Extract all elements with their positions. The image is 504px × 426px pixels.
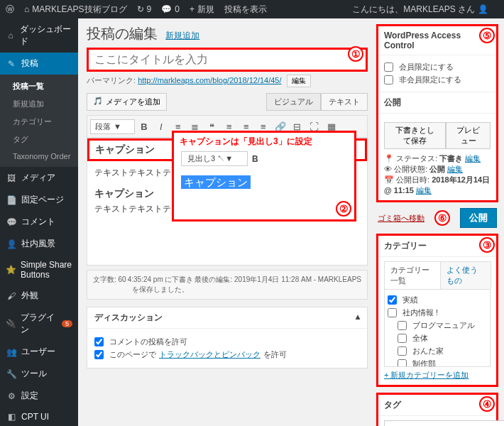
trackback-link[interactable]: トラックバックとピンバック (159, 349, 261, 360)
visibility-edit[interactable]: 編集 (447, 165, 463, 173)
schedule-edit[interactable]: 編集 (416, 186, 432, 195)
sidebar-item-ssb[interactable]: ⭐Simple Share Buttons (0, 255, 78, 285)
post-title-input[interactable] (87, 48, 368, 72)
publish-title: 公開 (378, 92, 496, 114)
tab-text[interactable]: テキスト (321, 93, 368, 111)
tags-box: ④ タグ 追加 (376, 393, 498, 426)
greeting[interactable]: こんにちは、MARKLEAPS さん 👤 (352, 4, 488, 16)
cat-item[interactable]: 制作部 (388, 359, 487, 367)
categories-title: カテゴリー (378, 236, 496, 257)
cat-tab-popular[interactable]: よく使うもの (440, 261, 491, 289)
cat-item[interactable]: 社内情報 ! (388, 307, 487, 318)
discussion-title: ディスカッション (94, 312, 163, 324)
sidebar-item-tools[interactable]: 🔧ツール (0, 363, 78, 385)
discussion-panel: ディスカッション▴ コメントの投稿を許可 このページでトラックバックとピンバック… (87, 307, 368, 368)
view-post[interactable]: 投稿を表示 (224, 4, 267, 16)
wp-logo[interactable]: ⓦ (6, 4, 14, 16)
star-icon: ⭐ (6, 265, 16, 275)
save-draft-button[interactable]: 下書きとして保存 (384, 122, 446, 149)
admin-topbar: ⓦ ⌂ MARKLEAPS技術ブログ ↻ 9 💬 0 + 新規 投稿を表示 こん… (0, 0, 504, 18)
sidebar-submenu: 投稿一覧 新規追加 カテゴリー タグ Taxonomy Order (0, 75, 78, 167)
plugin-icon: 🔌 (6, 319, 16, 329)
last-edit: 最後の編集: 2019年1月4日 11:28 AM - MARKLEAPS (195, 275, 361, 295)
preview-button[interactable]: プレビュー (446, 122, 491, 149)
cpt-icon: ◧ (6, 412, 17, 422)
sidebar-item-comments[interactable]: 💬コメント (0, 211, 78, 233)
panel-toggle-icon[interactable]: ▴ (356, 312, 360, 324)
schedule-row: 📅 公開日時: 2018年12月14日 @ 11:15 編集 (384, 175, 491, 196)
plugin-badge: 5 (62, 320, 72, 327)
sidebar-item-plugins[interactable]: 🔌プラグイン5 (0, 307, 78, 341)
heading-select[interactable]: 見出し3 ↖▼ (181, 151, 248, 166)
sidebar-item-office[interactable]: 👤社内風景 (0, 233, 78, 255)
status-edit[interactable]: 編集 (465, 154, 481, 163)
sidebar-item-users[interactable]: 👥ユーザー (0, 341, 78, 363)
cat-item[interactable]: ブログマニュアル (388, 320, 487, 331)
bold-icon[interactable]: B (252, 154, 258, 164)
updates-icon[interactable]: ↻ 9 (137, 4, 152, 14)
bold-button[interactable]: B (136, 119, 152, 134)
format-select[interactable]: 段落▼ (90, 119, 135, 134)
categories-box: ③ カテゴリー カテゴリー一覧 よく使うもの 実績 社内情報 ! ブログマニュア… (376, 234, 498, 387)
callout-box: キャプションは「見出し3」に設定 見出し3 ↖▼ B キャプション ② (172, 131, 356, 222)
cat-item[interactable]: おんた家 (388, 346, 487, 356)
add-category-link[interactable]: + 新規カテゴリーを追加 (384, 370, 491, 381)
cat-item[interactable]: 実績 (388, 295, 487, 305)
italic-button[interactable]: I (153, 119, 169, 134)
wac-title: WordPress Access Control (378, 26, 496, 55)
right-sidebar: ⑤ WordPress Access Control 会員限定にする 非会員限定… (376, 18, 504, 426)
status-row: 📍 ステータス: 下書き 編集 (384, 153, 491, 164)
sub-all-posts[interactable]: 投稿一覧 (0, 77, 78, 95)
sidebar-item-dashboard[interactable]: ⌂ダッシュボード (0, 18, 78, 53)
editor-statusbar: 文字数: 60 4:35:24 pm に下書きを保存しました。 最後の編集: 2… (87, 270, 368, 300)
cat-item[interactable]: 全体 (388, 333, 487, 344)
tag-input[interactable] (384, 420, 504, 426)
site-link[interactable]: ⌂ MARKLEAPS技術ブログ (24, 4, 127, 16)
annotation-3: ③ (479, 237, 495, 253)
sub-tax-order[interactable]: Taxonomy Order (0, 148, 78, 164)
admin-sidebar: ⌂ダッシュボード ✎投稿 投稿一覧 新規追加 カテゴリー タグ Taxonomy… (0, 18, 78, 426)
tool-icon: 🔧 (6, 369, 17, 379)
users-icon: 👥 (6, 347, 17, 357)
cursor-icon: ↖ (217, 154, 225, 163)
new-link[interactable]: + 新規 (190, 4, 214, 16)
permalink-edit-button[interactable]: 編集 (287, 75, 311, 87)
sidebar-item-pages[interactable]: 📄固定ページ (0, 189, 78, 211)
annotation-5: ⑤ (479, 28, 495, 43)
sidebar-item-media[interactable]: 🖼メディア (0, 167, 78, 189)
allow-comments-checkbox[interactable]: コメントの投稿を許可 (94, 337, 360, 347)
allow-pings-checkbox[interactable]: このページでトラックバックとピンバックを許可 (94, 349, 360, 360)
tags-title: タグ (378, 395, 496, 416)
annotation-4: ④ (479, 396, 495, 412)
brush-icon: 🖌 (6, 291, 17, 301)
sidebar-item-cptui[interactable]: ◧CPT UI (0, 407, 78, 426)
sidebar-item-appearance[interactable]: 🖌外観 (0, 285, 78, 307)
sidebar-item-settings[interactable]: ⚙設定 (0, 385, 78, 407)
add-new-link[interactable]: 新規追加 (165, 31, 199, 40)
sub-add-new[interactable]: 新規追加 (0, 95, 78, 113)
media-add-icon: 🎵 (93, 97, 103, 107)
add-media-button[interactable]: 🎵メディアを追加 (87, 93, 167, 111)
chevron-down-icon: ▼ (114, 122, 121, 131)
page-icon: 📄 (6, 195, 17, 205)
autosave-msg: 4:35:24 pm に下書きを保存しました。 (126, 275, 195, 295)
permalink-url[interactable]: http://markleaps.com/blog/2018/12/14/45/ (138, 76, 281, 84)
word-count: 文字数: 60 (93, 275, 126, 295)
nonmembers-only-checkbox[interactable]: 非会員限定にする (384, 75, 491, 85)
move-to-trash[interactable]: ゴミ箱へ移動 (378, 213, 424, 224)
publish-button[interactable]: 公開 (460, 208, 497, 228)
sidebar-item-posts[interactable]: ✎投稿 (0, 53, 78, 75)
sub-tags[interactable]: タグ (0, 131, 78, 148)
tab-visual[interactable]: ビジュアル (266, 93, 321, 111)
annotation-6: ⑥ (434, 210, 450, 226)
media-icon: 🖼 (6, 173, 17, 183)
comments-icon[interactable]: 💬 0 (161, 4, 180, 14)
pin-icon: ✎ (6, 59, 17, 69)
sub-categories[interactable]: カテゴリー (0, 113, 78, 131)
gear-icon: ⚙ (6, 391, 17, 401)
cat-tab-all[interactable]: カテゴリー一覧 (384, 261, 441, 289)
members-only-checkbox[interactable]: 会員限定にする (384, 62, 491, 72)
visibility-row: 👁 公開状態: 公開 編集 (384, 164, 491, 175)
page-title: 投稿の編集 (87, 24, 158, 43)
category-list[interactable]: 実績 社内情報 ! ブログマニュアル 全体 おんた家 制作部 フルビオ部 (384, 289, 491, 367)
